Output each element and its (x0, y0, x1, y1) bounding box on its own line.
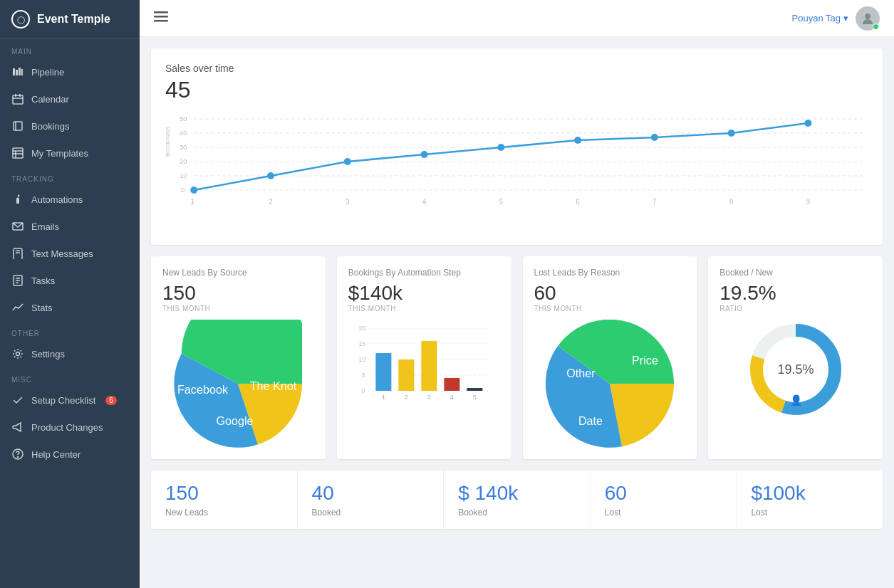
svg-rect-77 (398, 359, 414, 391)
sidebar-section-misc: MISC Setup Checklist 6 Product Changes H… (0, 367, 140, 468)
svg-text:30: 30 (180, 144, 187, 151)
svg-text:20: 20 (180, 158, 187, 165)
svg-text:4: 4 (450, 394, 454, 401)
user-name: Pouyan Tag (792, 13, 841, 23)
donut-svg: 19.5% 👤 (739, 320, 853, 419)
bar-chart-container: 20 15 10 5 0 1 (348, 320, 500, 408)
svg-point-47 (421, 151, 428, 158)
settings-icon (11, 347, 24, 360)
svg-text:10: 10 (180, 172, 187, 179)
sidebar-item-bookings[interactable]: Bookings (0, 112, 140, 140)
svg-text:4: 4 (422, 198, 427, 206)
svg-rect-79 (421, 341, 437, 391)
topbar: Pouyan Tag ▾ (140, 0, 894, 37)
sidebar-item-tasks[interactable]: Tasks (0, 267, 140, 294)
summary-row: 150 New Leads 40 Booked $ 140k Booked 60… (151, 471, 883, 529)
leads-card-title: New Leads By Source (162, 268, 314, 278)
pipeline-icon (11, 65, 24, 78)
sidebar-item-text-messages[interactable]: Text Messages (0, 240, 140, 267)
svg-rect-0 (13, 68, 15, 75)
sidebar-section-tracking: TRACKING Automations Emails Text Message… (0, 167, 140, 321)
logo-icon: ◯ (11, 10, 30, 28)
svg-point-46 (344, 158, 351, 165)
tasks-icon (11, 274, 24, 287)
svg-text:19.5%: 19.5% (777, 362, 814, 377)
svg-rect-83 (467, 388, 482, 391)
lost-leads-pie-chart: Price Date Other (546, 320, 674, 448)
svg-text:10: 10 (358, 356, 365, 363)
svg-text:Facebook: Facebook (177, 383, 229, 396)
sidebar-item-automations[interactable]: Automations (0, 186, 140, 213)
lost-leads-sub: THIS MONTH (534, 305, 686, 313)
sidebar-item-settings[interactable]: Settings (0, 340, 140, 367)
svg-point-51 (728, 130, 735, 137)
svg-rect-4 (13, 95, 23, 104)
text-messages-icon (11, 247, 24, 260)
svg-text:50: 50 (180, 115, 187, 122)
svg-rect-2 (19, 68, 21, 75)
svg-point-44 (190, 187, 197, 194)
svg-rect-75 (375, 353, 391, 391)
svg-text:Google: Google (217, 415, 254, 428)
stat-card-leads: New Leads By Source 150 THIS MONTH Faceb… (151, 256, 326, 459)
lost-leads-value: 60 (534, 282, 686, 305)
svg-text:5: 5 (499, 198, 504, 206)
leads-card-sub: THIS MONTH (162, 305, 314, 313)
section-label-main: MAIN (0, 39, 140, 58)
svg-text:Price: Price (632, 354, 658, 367)
svg-rect-10 (13, 148, 23, 158)
sidebar-item-setup-checklist[interactable]: Setup Checklist 6 (0, 387, 140, 414)
my-templates-label: My Templates (31, 148, 88, 159)
templates-icon (11, 147, 24, 159)
svg-rect-3 (21, 69, 23, 75)
settings-label: Settings (31, 349, 65, 359)
sidebar-item-calendar[interactable]: Calendar (0, 85, 140, 112)
leads-pie-container: Facebook The Knot Google (162, 320, 314, 448)
sidebar-logo: ◯ Event Temple (0, 0, 140, 39)
main-content: Pouyan Tag ▾ Sales over time 45 50 40 (140, 0, 894, 588)
dashboard-content: Sales over time 45 50 40 30 20 10 0 (140, 37, 894, 588)
svg-text:7: 7 (653, 198, 657, 206)
booked-new-title: Booked / New (719, 268, 871, 278)
stat-card-lost-leads: Lost Leads By Reason 60 THIS MONTH Price (523, 256, 697, 459)
svg-text:0: 0 (361, 387, 365, 394)
sidebar-item-stats[interactable]: Stats (0, 294, 140, 321)
help-icon (11, 448, 24, 461)
sidebar-item-product-changes[interactable]: Product Changes (0, 414, 140, 441)
calendar-icon (11, 93, 24, 105)
user-menu[interactable]: Pouyan Tag ▾ (792, 13, 848, 23)
summary-item-lost-value: $100k Lost (737, 471, 883, 529)
svg-text:3: 3 (427, 394, 431, 401)
donut-container: 19.5% 👤 (719, 320, 871, 419)
svg-text:1: 1 (382, 394, 385, 401)
sidebar-item-pipeline[interactable]: Pipeline (0, 58, 140, 85)
sidebar-item-help-center[interactable]: Help Center (0, 441, 140, 468)
svg-rect-14 (16, 198, 19, 204)
svg-rect-1 (16, 70, 18, 75)
leads-card-value: 150 (162, 282, 314, 305)
svg-point-30 (865, 14, 870, 19)
svg-text:5: 5 (361, 372, 365, 379)
summary-value-new-leads: 150 (165, 482, 283, 505)
sidebar-item-my-templates[interactable]: My Templates (0, 140, 140, 167)
menu-toggle-icon[interactable] (154, 11, 168, 26)
svg-point-24 (16, 352, 20, 356)
svg-rect-27 (154, 11, 168, 14)
avatar[interactable] (856, 6, 880, 31)
product-changes-label: Product Changes (31, 422, 103, 433)
svg-point-45 (267, 172, 274, 179)
summary-label-booked: Booked (312, 508, 430, 518)
svg-text:20: 20 (358, 325, 365, 332)
summary-item-lost: 60 Lost (591, 471, 737, 529)
sidebar-item-emails[interactable]: Emails (0, 213, 140, 240)
svg-rect-81 (444, 378, 459, 391)
help-center-label: Help Center (31, 449, 80, 460)
summary-value-lost-amount: $100k (751, 482, 868, 505)
lost-leads-pie-container: Price Date Other (534, 320, 686, 448)
megaphone-icon (11, 421, 24, 434)
svg-text:5: 5 (473, 394, 477, 401)
topbar-right: Pouyan Tag ▾ (792, 6, 880, 31)
app-name: Event Temple (37, 13, 110, 26)
text-messages-label: Text Messages (31, 248, 93, 259)
summary-value-lost: 60 (605, 482, 722, 505)
